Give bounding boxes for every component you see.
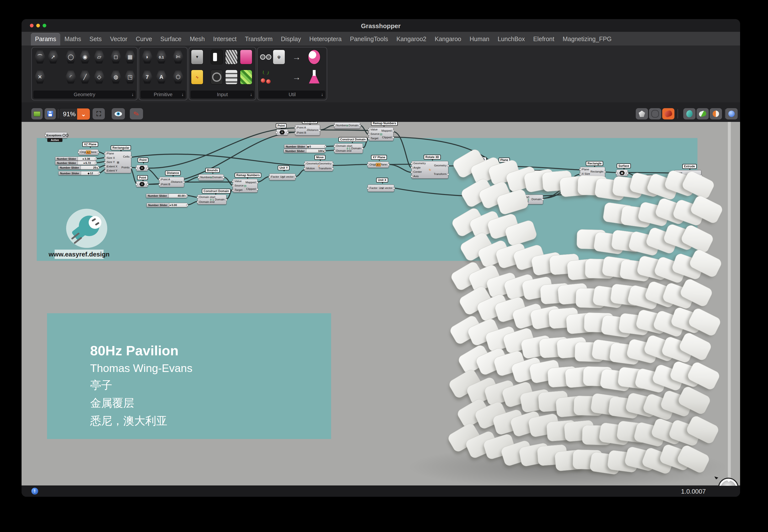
input-pin[interactable] <box>294 132 297 134</box>
output-pin[interactable] <box>183 181 185 183</box>
output-pin[interactable] <box>319 129 321 131</box>
input-point-b[interactable]: Point B <box>297 131 306 134</box>
input-pin[interactable] <box>304 163 306 165</box>
slider-track[interactable]: ◆0 <box>307 145 326 148</box>
gem-button[interactable] <box>636 108 648 119</box>
slider-track[interactable]: ◆12 <box>81 171 99 175</box>
slider-knob[interactable]: ● <box>169 204 171 207</box>
teal-blob-button[interactable] <box>683 108 696 119</box>
number-slider[interactable]: Number Slider●40.00 <box>146 194 187 198</box>
component-icon-hex[interactable]: ✕ <box>34 69 46 85</box>
menu-tab-params[interactable]: Params <box>31 33 60 46</box>
node-bounds-top[interactable]: NumbersDomain⊓ <box>334 122 360 129</box>
input-axis[interactable]: Axis <box>413 175 419 178</box>
component-icon-hex[interactable]: ◻ <box>110 49 122 65</box>
output-pin[interactable] <box>225 199 227 201</box>
input-pin[interactable] <box>368 129 370 131</box>
panel-icon[interactable] <box>225 69 238 85</box>
output-pin[interactable] <box>361 148 364 150</box>
output-pin[interactable] <box>294 176 296 178</box>
slider-track[interactable]: ◆25 <box>81 166 98 169</box>
node-unit-x[interactable]: FactorUnit vector→x <box>368 185 394 192</box>
input-pin[interactable] <box>78 151 80 153</box>
menu-tab-elefront[interactable]: Elefront <box>529 33 558 46</box>
input-source[interactable]: Source <box>371 133 379 136</box>
info-icon[interactable]: ! <box>31 488 38 495</box>
output-pin[interactable] <box>447 165 449 167</box>
output-pin[interactable] <box>542 198 544 201</box>
orange-sphere-button[interactable] <box>710 108 722 119</box>
output-clipped[interactable]: Clipped <box>382 136 392 139</box>
exceptions-active-tag[interactable]: Active <box>47 138 62 142</box>
node-distance-top[interactable]: Point APoint BDistance▭ <box>295 125 320 136</box>
node-bounds-bottom[interactable]: NumbersDomain⊓ <box>199 174 224 181</box>
output-pin[interactable] <box>256 182 258 184</box>
input-factor[interactable]: Factor <box>370 187 378 190</box>
expand-icon[interactable]: ↓ <box>250 92 252 97</box>
output-clipped[interactable]: Clipped <box>246 188 256 191</box>
output-domain[interactable]: Domain <box>531 198 541 201</box>
input-pin[interactable] <box>294 127 297 129</box>
number-slider[interactable]: Number Slider◆0 <box>284 144 326 149</box>
vertical-scrollbar[interactable] <box>728 122 731 486</box>
input-plane[interactable]: Plane <box>582 168 589 171</box>
slider-track[interactable]: ●0.00 <box>169 203 187 207</box>
number-slider[interactable]: Number Slider●0.00 <box>146 203 187 207</box>
menu-tab-magnetizing_fpg[interactable]: Magnetizing_FPG <box>558 33 616 46</box>
menu-tab-transform[interactable]: Transform <box>241 33 277 46</box>
preview-button[interactable] <box>112 108 125 119</box>
node-remap-numbers-bottom[interactable]: ValueSourceTargetMappedClipped▤ <box>233 179 258 193</box>
output-mapped[interactable]: Mapped <box>246 181 256 184</box>
param-point-param[interactable]: ✕ <box>276 129 288 135</box>
component-icon-hex[interactable]: ◉ <box>79 49 91 65</box>
slider-knob[interactable]: ◆ <box>88 172 90 175</box>
input-source[interactable]: Source <box>235 184 244 187</box>
open-file-button[interactable] <box>31 108 43 119</box>
number-slider[interactable]: Number Slider●3.38 <box>55 157 96 161</box>
input-pin[interactable] <box>334 125 336 127</box>
input-pin[interactable] <box>411 175 413 177</box>
component-icon-hex[interactable]: ◳ <box>124 69 136 85</box>
output-pin[interactable] <box>392 137 394 139</box>
expand-icon[interactable]: ↓ <box>131 92 134 97</box>
input-value[interactable]: Value <box>235 180 242 183</box>
component-icon-hex[interactable]: ◗ <box>141 49 153 65</box>
output-mapped[interactable]: Mapped <box>381 129 392 132</box>
input-pin[interactable] <box>269 176 271 178</box>
input-pin[interactable] <box>411 162 413 165</box>
pink-icon[interactable] <box>240 49 252 65</box>
output-plane[interactable]: Plane <box>380 163 387 166</box>
slider-icon[interactable]: ▼ <box>191 49 203 65</box>
output-pin[interactable] <box>332 163 334 165</box>
output-pin[interactable] <box>223 176 225 179</box>
number-slider[interactable]: Number Slider◆25 <box>58 165 99 170</box>
node-xz-plane[interactable]: OriginPlaneXZ <box>78 149 98 155</box>
menu-tab-maths[interactable]: Maths <box>60 33 85 46</box>
input-plane[interactable]: Plane <box>107 152 114 155</box>
output-cells[interactable]: Cells <box>123 155 129 158</box>
green-pill-button[interactable] <box>697 108 709 119</box>
component-icon-hex[interactable]: ✄ <box>172 49 184 65</box>
input-size-x[interactable]: Size X <box>107 157 115 160</box>
menu-tab-intersect[interactable]: Intersect <box>209 33 241 46</box>
output-pin[interactable] <box>332 168 334 170</box>
slider-track[interactable]: ◆100 <box>306 149 325 153</box>
slider-track[interactable]: ●40.00 <box>169 194 187 198</box>
input-pin[interactable] <box>197 201 199 203</box>
component-icon-hex[interactable]: A <box>155 69 167 85</box>
input-extent-y[interactable]: Extent Y <box>107 169 117 172</box>
component-icon-hex[interactable]: ◜ <box>65 69 77 85</box>
sketch-button[interactable]: ✎ <box>130 108 143 119</box>
zoom-control[interactable]: 91% ⌄ <box>59 108 90 120</box>
output-domain[interactable]: Domain <box>212 176 222 179</box>
menu-tab-kangaroo[interactable]: Kangaroo <box>430 33 465 46</box>
node-exceptions[interactable]: Exceptions <box>45 132 67 138</box>
node-distance-bottom[interactable]: Point APoint BDistance▭ <box>159 177 184 187</box>
input-point-a[interactable]: Point A <box>297 126 306 129</box>
input-geometry[interactable]: Geometry <box>306 162 319 165</box>
node-xy-plane[interactable]: OriginPlaneXY <box>368 162 389 168</box>
input-x-size[interactable]: X Size <box>582 173 590 175</box>
node-remap-numbers-top[interactable]: ValueSourceTargetMappedClipped▤ <box>369 127 394 141</box>
output-pin[interactable] <box>393 187 395 189</box>
input-pin[interactable] <box>232 185 234 187</box>
